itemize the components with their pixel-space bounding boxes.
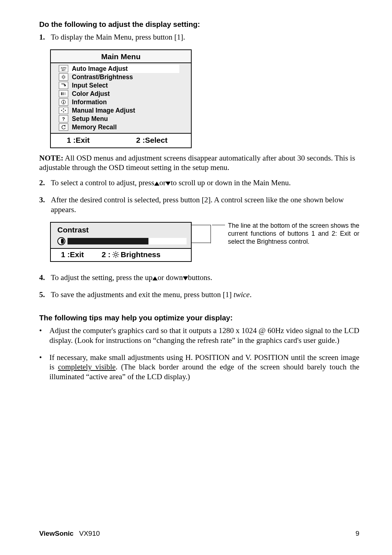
tip-2: • If necessary, make small adjustments u… [39,353,359,382]
brightness-icon [112,251,119,258]
callout-connector [192,222,219,242]
step-number: 3. [39,195,51,205]
menu-exit-label: 1 :Exit [51,136,122,145]
menu-item-auto-image: AUTOSET Auto Image Adjust [59,65,179,73]
bullet-icon: • [39,353,49,362]
menu-item-manual: Manual Image Adjust [59,106,187,115]
text-fragment: To save the adjustments and exit the men… [51,290,234,299]
menu-item-info: Information [59,98,187,106]
svg-marker-22 [64,125,65,127]
contrast-screenshot: Contrast 1 :Exit 2 : Brightness [50,222,192,262]
svg-point-2 [62,76,65,78]
svg-rect-12 [63,92,64,95]
step-text: To adjust the setting, press the upor do… [51,273,359,283]
step-number: 1. [39,32,51,42]
arrow-up-icon [152,276,158,280]
menu-item-memory: Memory Recall [59,123,187,131]
step-2: 2. To select a control to adjust, presso… [39,178,359,188]
step-number: 4. [39,273,51,283]
svg-marker-17 [63,108,64,109]
text-fragment: 2 : [102,250,111,259]
input-icon [59,82,68,89]
tip-1: • Adjust the computer's graphics card so… [39,326,359,345]
menu-title: Main Menu [51,50,191,63]
step-text: To select a control to adjust, pressorto… [51,178,359,188]
text-fragment: . [250,290,252,299]
text-fragment-italic: twice [234,290,250,299]
note-text: All OSD menus and adjustment screens dis… [39,154,355,172]
color-icon [59,90,68,97]
menu-item-color: Color Adjust [59,90,187,98]
text-fragment: to scroll up or down in the Main Menu. [171,178,291,187]
menu-label: Contrast/Brightness [72,73,133,81]
section-heading: The following tips may help you optimize… [39,313,359,322]
menu-label: Color Adjust [72,90,110,98]
slider-track [68,238,187,244]
step-5: 5. To save the adjustments and exit the … [39,290,359,300]
menu-item-contrast: Contrast/Brightness [59,73,187,81]
svg-rect-11 [61,92,62,95]
step-number: 2. [39,178,51,188]
menu-label: Manual Image Adjust [72,107,135,114]
text-fragment-underline: completely visible [58,362,116,371]
svg-line-31 [117,252,118,253]
arrow-up-icon [154,182,159,186]
contrast-knob-icon [57,237,65,245]
step-text: After the desired control is selected, p… [51,195,359,215]
step-number: 5. [39,290,51,300]
auto-set-icon: AUTOSET [59,65,68,72]
contrast-title: Contrast [57,226,187,234]
svg-line-7 [62,76,63,76]
question-icon: ? [59,115,68,122]
svg-line-29 [117,256,118,257]
menu-label: Information [72,98,107,106]
svg-line-30 [113,256,114,257]
menu-select-label: 2 :Select [122,136,191,145]
text-fragment: Brightness [121,250,161,259]
arrow-down-icon [166,182,171,186]
svg-line-8 [65,78,65,79]
main-menu-screenshot: Main Menu AUTOSET Auto Image Adjust Cont… [50,49,192,148]
section-heading: Do the following to adjust the display s… [39,20,359,29]
text-fragment: To adjust the setting, press the up [51,273,152,282]
menu-label: Memory Recall [72,123,117,131]
text-fragment: or [159,178,166,187]
info-icon [59,98,68,106]
text-fragment: or down [158,273,183,282]
footer-model: VX910 [79,530,100,537]
svg-line-10 [65,76,65,76]
svg-marker-20 [65,110,66,111]
step-text: To display the Main Menu, press button [… [51,32,359,42]
manual-adjust-icon [59,107,68,114]
bullet-icon: • [39,326,49,336]
footer-brand: ViewSonic [39,530,74,537]
callout-text: The line at the bottom of the screen sho… [228,222,359,246]
svg-marker-18 [63,112,64,113]
svg-point-23 [114,254,117,256]
menu-label: Input Select [72,82,108,89]
tip-text: Adjust the computer's graphics card so t… [49,326,359,345]
menu-label: Auto Image Adjust [72,65,128,73]
contrast-exit-label: 1 :Exit [51,250,102,259]
step-3: 3. After the desired control is selected… [39,195,359,215]
svg-text:?: ? [62,116,65,121]
contrast-brightness-label: 2 : Brightness [102,250,191,259]
menu-label: Setup Menu [72,115,108,123]
step-4: 4. To adjust the setting, press the upor… [39,273,359,283]
svg-point-15 [63,101,64,101]
svg-line-9 [62,78,63,79]
note-label: NOTE: [39,154,64,162]
note-paragraph: NOTE: All OSD menus and adjustment scree… [39,153,359,173]
svg-line-28 [113,252,114,253]
tip-text: If necessary, make small adjustments usi… [49,353,359,382]
menu-footer: 1 :Exit 2 :Select [51,133,191,147]
text-fragment: buttons. [188,273,212,282]
svg-rect-13 [65,92,66,95]
menu-item-input: Input Select [59,81,187,90]
contrast-footer: 1 :Exit 2 : Brightness [51,249,191,261]
page-footer: ViewSonic VX910 9 [39,530,359,538]
step-text: To save the adjustments and exit the men… [51,290,359,300]
menu-item-setup: ? Setup Menu [59,115,187,123]
svg-rect-16 [63,102,64,104]
text-fragment: To select a control to adjust, press [51,178,154,187]
